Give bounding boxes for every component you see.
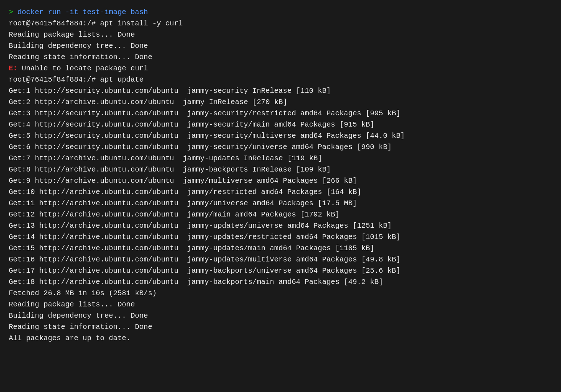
terminal-line: Get:16 http://archive.ubuntu.com/ubuntu …	[9, 254, 552, 265]
terminal-line: Get:9 http://archive.ubuntu.com/ubuntu j…	[9, 175, 552, 186]
terminal-line: Get:10 http://archive.ubuntu.com/ubuntu …	[9, 186, 552, 198]
terminal-line: Get:18 http://archive.ubuntu.com/ubuntu …	[9, 276, 552, 288]
terminal-line: Get:7 http://archive.ubuntu.com/ubuntu j…	[9, 153, 552, 164]
prompt-command: docker run -it test-image bash	[17, 8, 148, 16]
terminal-line: root@76415f84f884:/# apt install -y curl	[9, 18, 552, 29]
terminal-line: > docker run -it test-image bash	[9, 7, 552, 18]
terminal-line: Reading state information... Done	[9, 321, 552, 333]
terminal: > docker run -it test-image bashroot@764…	[9, 7, 552, 344]
terminal-line: Reading package lists... Done	[9, 29, 552, 40]
terminal-line: Get:13 http://archive.ubuntu.com/ubuntu …	[9, 220, 552, 231]
terminal-line: All packages are up to date.	[9, 333, 552, 344]
terminal-line: Get:15 http://archive.ubuntu.com/ubuntu …	[9, 243, 552, 254]
terminal-line: Building dependency tree... Done	[9, 310, 552, 321]
terminal-line: Get:12 http://archive.ubuntu.com/ubuntu …	[9, 209, 552, 220]
terminal-line: Get:6 http://security.ubuntu.com/ubuntu …	[9, 141, 552, 153]
terminal-line: Get:17 http://archive.ubuntu.com/ubuntu …	[9, 265, 552, 276]
error-prefix: E:	[9, 64, 22, 73]
terminal-line: root@76415f84f884:/# apt update	[9, 74, 552, 85]
terminal-line: Building dependency tree... Done	[9, 40, 552, 51]
prompt-arrow: >	[9, 8, 17, 16]
terminal-line: Fetched 26.8 MB in 10s (2581 kB/s)	[9, 288, 552, 299]
terminal-line: Get:14 http://archive.ubuntu.com/ubuntu …	[9, 231, 552, 243]
terminal-line: Get:1 http://security.ubuntu.com/ubuntu …	[9, 85, 552, 96]
terminal-line: Get:3 http://security.ubuntu.com/ubuntu …	[9, 108, 552, 119]
terminal-line: Get:4 http://security.ubuntu.com/ubuntu …	[9, 119, 552, 130]
terminal-line: Get:5 http://security.ubuntu.com/ubuntu …	[9, 130, 552, 141]
terminal-line: Reading package lists... Done	[9, 299, 552, 310]
terminal-line: Get:2 http://archive.ubuntu.com/ubuntu j…	[9, 96, 552, 108]
terminal-line: Reading state information... Done	[9, 51, 552, 63]
terminal-line: E: Unable to locate package curl	[9, 63, 552, 74]
terminal-line: Get:11 http://archive.ubuntu.com/ubuntu …	[9, 198, 552, 209]
error-message: Unable to locate package curl	[22, 64, 148, 73]
terminal-line: Get:8 http://archive.ubuntu.com/ubuntu j…	[9, 164, 552, 175]
